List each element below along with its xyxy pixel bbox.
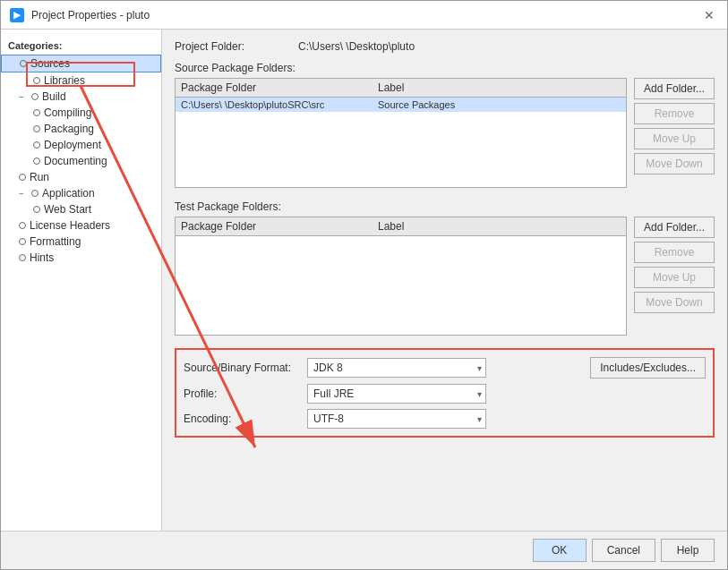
source-panel: Package Folder Label C:\Users\ \Desktop\… (175, 78, 715, 188)
source-move-up-button[interactable]: Move Up (634, 128, 715, 149)
sidebar-item-run[interactable]: Run (1, 169, 161, 185)
source-buttons: Add Folder... Remove Move Up Move Down (634, 78, 715, 188)
encoding-select[interactable]: UTF-8 ▾ (307, 409, 486, 429)
run-label: Run (30, 171, 49, 183)
main-content: Project Folder: C:\Users\ \Desktop\pluto… (162, 30, 727, 531)
sources-label: Sources (30, 57, 70, 70)
encoding-value: UTF-8 (313, 413, 344, 425)
build-expand-icon: − (19, 92, 28, 102)
sidebar-item-libraries[interactable]: Libraries (1, 72, 161, 89)
formatting-icon (19, 238, 26, 245)
deployment-label: Deployment (44, 139, 101, 151)
source-add-folder-button[interactable]: Add Folder... (634, 78, 715, 99)
project-folder-label: Project Folder: (175, 40, 291, 53)
encoding-row: Encoding: UTF-8 ▾ (184, 409, 706, 429)
bottom-fields-section: Source/Binary Format: JDK 8 ▾ Includes/E… (175, 348, 715, 438)
sidebar-item-documenting[interactable]: Documenting (1, 153, 161, 169)
libraries-label: Libraries (44, 74, 85, 87)
sidebar: Categories: Sources Libraries − Build (1, 30, 162, 531)
source-package-label: Source Package Folders: (175, 62, 715, 74)
source-move-down-button[interactable]: Move Down (634, 153, 715, 174)
source-table-body: C:\Users\ \Desktop\plutoSRC\src Source P… (176, 98, 626, 187)
test-add-folder-button[interactable]: Add Folder... (634, 217, 715, 238)
documenting-label: Documenting (44, 155, 107, 167)
test-table-header: Package Folder Label (176, 217, 626, 236)
sidebar-item-deployment[interactable]: Deployment (1, 137, 161, 153)
project-folder-value: C:\Users\ \Desktop\pluto (298, 40, 415, 53)
documenting-icon (33, 157, 40, 165)
source-row-folder: C:\Users\ \Desktop\plutoSRC\src (181, 99, 378, 110)
sidebar-item-packaging[interactable]: Packaging (1, 121, 161, 137)
compiling-icon (33, 109, 40, 116)
app-icon: ▶ (10, 8, 24, 22)
source-row-label: Source Packages (378, 99, 455, 110)
title-bar: ▶ Project Properties - pluto ✕ (1, 1, 727, 30)
packaging-icon (33, 125, 40, 132)
format-row: Source/Binary Format: JDK 8 ▾ Includes/E… (184, 357, 706, 379)
sidebar-item-application[interactable]: − Application (1, 185, 161, 201)
build-label: Build (42, 90, 66, 103)
sidebar-item-sources[interactable]: Sources (1, 55, 161, 72)
source-header-label: Label (378, 81, 404, 94)
sidebar-item-formatting[interactable]: Formatting (1, 234, 161, 250)
licenseheaders-label: License Headers (30, 219, 110, 232)
libraries-icon (33, 77, 40, 84)
license-icon (19, 222, 26, 229)
test-header-folder: Package Folder (181, 220, 378, 233)
sidebar-item-build[interactable]: − Build (1, 89, 161, 105)
deployment-icon (33, 141, 40, 149)
app-expand-icon: − (19, 189, 28, 199)
includes-excludes-button[interactable]: Includes/Excludes... (590, 357, 706, 379)
source-remove-button[interactable]: Remove (634, 103, 715, 124)
test-table: Package Folder Label (175, 217, 627, 336)
application-icon (31, 190, 39, 197)
source-table: Package Folder Label C:\Users\ \Desktop\… (175, 78, 627, 188)
webstart-label: Web Start (44, 203, 91, 216)
profile-label: Profile: (184, 387, 300, 400)
source-table-header: Package Folder Label (176, 79, 626, 98)
dialog-title: Project Properties - pluto (31, 9, 150, 21)
formatting-label: Formatting (30, 235, 81, 248)
format-dropdown-icon: ▾ (477, 363, 482, 373)
application-label: Application (42, 187, 95, 200)
categories-label: Categories: (1, 37, 161, 55)
help-button[interactable]: Help (661, 539, 715, 562)
sidebar-item-compiling[interactable]: Compiling (1, 105, 161, 121)
encoding-dropdown-icon: ▾ (477, 414, 482, 424)
source-header-folder: Package Folder (181, 81, 378, 94)
format-label: Source/Binary Format: (184, 362, 300, 374)
close-button[interactable]: ✕ (700, 6, 718, 24)
test-move-up-button[interactable]: Move Up (634, 267, 715, 288)
table-row[interactable]: C:\Users\ \Desktop\plutoSRC\src Source P… (176, 98, 626, 112)
sidebar-item-licenseheaders[interactable]: License Headers (1, 217, 161, 234)
profile-value: Full JRE (313, 387, 354, 400)
compiling-label: Compiling (44, 106, 91, 119)
cancel-button[interactable]: Cancel (592, 539, 655, 562)
project-folder-row: Project Folder: C:\Users\ \Desktop\pluto (175, 40, 715, 53)
packaging-label: Packaging (44, 123, 94, 135)
sidebar-item-webstart[interactable]: Web Start (1, 201, 161, 217)
test-package-label: Test Package Folders: (175, 200, 715, 213)
test-remove-button[interactable]: Remove (634, 242, 715, 263)
format-value: JDK 8 (313, 362, 343, 374)
sidebar-item-hints[interactable]: Hints (1, 250, 161, 266)
run-icon (19, 174, 26, 181)
test-move-down-button[interactable]: Move Down (634, 292, 715, 313)
profile-row: Profile: Full JRE ▾ (184, 384, 706, 404)
hints-label: Hints (30, 251, 54, 264)
test-table-body (176, 236, 626, 335)
webstart-icon (33, 206, 40, 213)
sources-icon (20, 60, 27, 67)
test-header-label: Label (378, 220, 404, 233)
build-icon (31, 93, 39, 100)
profile-select[interactable]: Full JRE ▾ (307, 384, 486, 404)
ok-button[interactable]: OK (533, 539, 587, 562)
dialog-footer: OK Cancel Help (1, 531, 727, 569)
test-buttons: Add Folder... Remove Move Up Move Down (634, 217, 715, 336)
hints-icon (19, 254, 26, 261)
profile-dropdown-icon: ▾ (477, 389, 482, 399)
encoding-label: Encoding: (184, 413, 300, 425)
format-select[interactable]: JDK 8 ▾ (307, 358, 486, 378)
test-panel: Package Folder Label Add Folder... Remov… (175, 217, 715, 336)
